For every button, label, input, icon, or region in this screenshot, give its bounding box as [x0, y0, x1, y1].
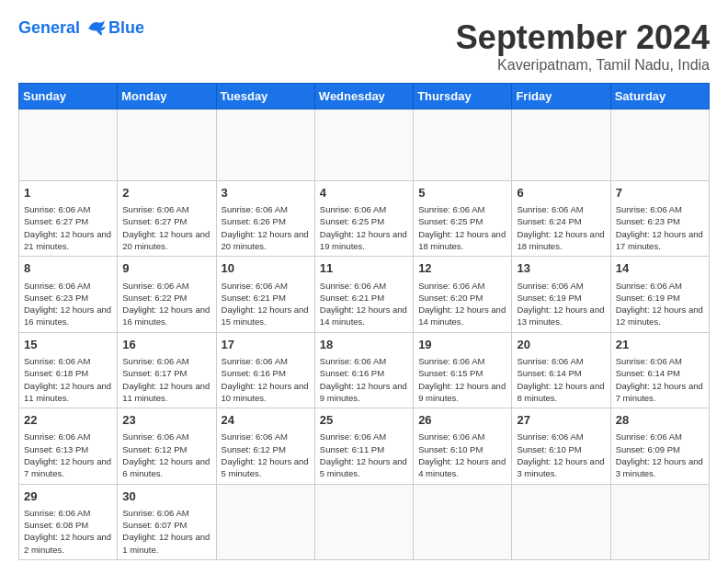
calendar-week-row — [19, 109, 710, 181]
day-number: 6 — [517, 185, 605, 201]
daylight-label: Daylight: 12 hours and 2 minutes. — [24, 532, 111, 554]
sunset-label: Sunset: 6:15 PM — [418, 368, 483, 378]
table-row: 26 Sunrise: 6:06 AM Sunset: 6:10 PM Dayl… — [414, 408, 512, 484]
day-number: 11 — [320, 260, 408, 277]
sunrise-label: Sunrise: 6:06 AM — [24, 204, 90, 214]
table-row: 17 Sunrise: 6:06 AM Sunset: 6:16 PM Dayl… — [216, 332, 314, 408]
table-row: 30 Sunrise: 6:06 AM Sunset: 6:07 PM Dayl… — [118, 484, 216, 559]
table-row: 29 Sunrise: 6:06 AM Sunset: 6:08 PM Dayl… — [19, 484, 118, 559]
col-friday: Friday — [512, 84, 610, 109]
daylight-label: Daylight: 12 hours and 18 minutes. — [517, 229, 604, 251]
daylight-label: Daylight: 12 hours and 9 minutes. — [320, 381, 407, 403]
day-number: 24 — [222, 412, 310, 429]
sunrise-label: Sunrise: 6:06 AM — [122, 356, 188, 366]
sunrise-label: Sunrise: 6:06 AM — [122, 281, 188, 291]
day-number: 13 — [517, 260, 605, 277]
day-number: 17 — [222, 337, 310, 353]
sunset-label: Sunset: 6:25 PM — [418, 216, 483, 226]
day-number: 5 — [418, 185, 506, 201]
table-row: 27 Sunrise: 6:06 AM Sunset: 6:10 PM Dayl… — [512, 408, 610, 484]
day-number: 12 — [418, 260, 506, 277]
location-subtitle: Kaveripatnam, Tamil Nadu, India — [456, 57, 710, 74]
daylight-label: Daylight: 12 hours and 6 minutes. — [122, 456, 210, 478]
calendar-week-row: 22 Sunrise: 6:06 AM Sunset: 6:13 PM Dayl… — [19, 408, 710, 484]
sunset-label: Sunset: 6:16 PM — [222, 368, 286, 378]
calendar-header-row: Sunday Monday Tuesday Wednesday Thursday… — [19, 84, 710, 109]
logo-bird-icon — [86, 18, 107, 39]
col-sunday: Sunday — [19, 84, 118, 109]
day-number: 2 — [122, 185, 210, 201]
logo-general: General — [18, 18, 80, 37]
table-row: 8 Sunrise: 6:06 AM Sunset: 6:23 PM Dayli… — [19, 257, 118, 332]
sunrise-label: Sunrise: 6:06 AM — [418, 204, 484, 214]
sunrise-label: Sunrise: 6:06 AM — [320, 431, 386, 442]
day-number: 14 — [616, 260, 704, 277]
sunrise-label: Sunrise: 6:06 AM — [24, 281, 90, 291]
day-number: 8 — [24, 260, 112, 277]
table-row: 20 Sunrise: 6:06 AM Sunset: 6:14 PM Dayl… — [512, 332, 610, 408]
calendar-week-row: 15 Sunrise: 6:06 AM Sunset: 6:18 PM Dayl… — [19, 332, 710, 408]
calendar-table: Sunday Monday Tuesday Wednesday Thursday… — [18, 83, 710, 560]
sunset-label: Sunset: 6:10 PM — [517, 444, 581, 454]
day-number: 3 — [222, 185, 310, 201]
table-row — [512, 109, 610, 181]
sunrise-label: Sunrise: 6:06 AM — [418, 281, 484, 291]
sunrise-label: Sunrise: 6:06 AM — [517, 356, 583, 366]
sunrise-label: Sunrise: 6:06 AM — [517, 281, 583, 291]
table-row: 7 Sunrise: 6:06 AM Sunset: 6:23 PM Dayli… — [610, 181, 709, 257]
title-area: September 2024 Kaveripatnam, Tamil Nadu,… — [456, 18, 710, 74]
daylight-label: Daylight: 12 hours and 8 minutes. — [517, 381, 604, 403]
table-row — [414, 484, 512, 559]
table-row: 13 Sunrise: 6:06 AM Sunset: 6:19 PM Dayl… — [512, 257, 610, 332]
sunrise-label: Sunrise: 6:06 AM — [122, 431, 188, 442]
sunset-label: Sunset: 6:18 PM — [24, 368, 88, 378]
day-number: 15 — [24, 337, 112, 353]
sunset-label: Sunset: 6:21 PM — [320, 293, 384, 303]
table-row: 18 Sunrise: 6:06 AM Sunset: 6:16 PM Dayl… — [314, 332, 413, 408]
table-row — [216, 484, 314, 559]
calendar-week-row: 29 Sunrise: 6:06 AM Sunset: 6:08 PM Dayl… — [19, 484, 710, 559]
table-row — [610, 484, 709, 559]
sunrise-label: Sunrise: 6:06 AM — [222, 281, 288, 291]
sunset-label: Sunset: 6:12 PM — [222, 444, 286, 454]
daylight-label: Daylight: 12 hours and 21 minutes. — [24, 229, 111, 251]
daylight-label: Daylight: 12 hours and 15 minutes. — [222, 304, 309, 327]
sunset-label: Sunset: 6:26 PM — [222, 216, 286, 226]
day-number: 19 — [418, 337, 506, 353]
sunset-label: Sunset: 6:11 PM — [320, 444, 384, 454]
col-saturday: Saturday — [610, 84, 709, 109]
sunrise-label: Sunrise: 6:06 AM — [517, 204, 583, 214]
sunset-label: Sunset: 6:22 PM — [122, 293, 187, 303]
day-number: 20 — [517, 337, 605, 353]
table-row: 16 Sunrise: 6:06 AM Sunset: 6:17 PM Dayl… — [118, 332, 216, 408]
table-row: 22 Sunrise: 6:06 AM Sunset: 6:13 PM Dayl… — [19, 408, 118, 484]
sunset-label: Sunset: 6:24 PM — [517, 216, 581, 226]
daylight-label: Daylight: 12 hours and 13 minutes. — [517, 304, 604, 327]
sunrise-label: Sunrise: 6:06 AM — [616, 356, 682, 366]
table-row: 10 Sunrise: 6:06 AM Sunset: 6:21 PM Dayl… — [216, 257, 314, 332]
daylight-label: Daylight: 12 hours and 12 minutes. — [616, 304, 703, 327]
table-row: 4 Sunrise: 6:06 AM Sunset: 6:25 PM Dayli… — [314, 181, 413, 257]
sunset-label: Sunset: 6:08 PM — [24, 520, 88, 530]
day-number: 22 — [24, 412, 112, 429]
col-tuesday: Tuesday — [216, 84, 314, 109]
col-thursday: Thursday — [414, 84, 512, 109]
sunset-label: Sunset: 6:23 PM — [24, 293, 88, 303]
day-number: 7 — [616, 185, 704, 201]
sunrise-label: Sunrise: 6:06 AM — [418, 431, 484, 442]
month-title: September 2024 — [456, 18, 710, 57]
table-row: 6 Sunrise: 6:06 AM Sunset: 6:24 PM Dayli… — [512, 181, 610, 257]
table-row: 23 Sunrise: 6:06 AM Sunset: 6:12 PM Dayl… — [118, 408, 216, 484]
day-number: 29 — [24, 488, 112, 505]
day-number: 10 — [222, 260, 310, 277]
daylight-label: Daylight: 12 hours and 18 minutes. — [418, 229, 506, 251]
day-number: 27 — [517, 412, 605, 429]
sunset-label: Sunset: 6:19 PM — [616, 293, 680, 303]
day-number: 21 — [616, 337, 704, 353]
table-row — [314, 484, 413, 559]
day-number: 4 — [320, 185, 408, 201]
table-row: 1 Sunrise: 6:06 AM Sunset: 6:27 PM Dayli… — [19, 181, 118, 257]
daylight-label: Daylight: 12 hours and 7 minutes. — [616, 381, 703, 403]
table-row: 21 Sunrise: 6:06 AM Sunset: 6:14 PM Dayl… — [610, 332, 709, 408]
sunset-label: Sunset: 6:21 PM — [222, 293, 286, 303]
